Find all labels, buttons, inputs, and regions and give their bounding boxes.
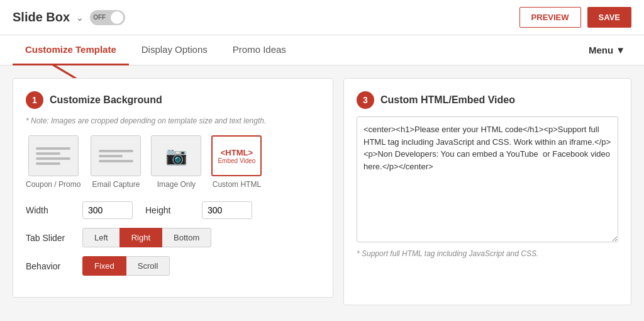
page-title: Slide Box [13, 10, 70, 25]
note-text: * Note: Images are cropped depending on … [26, 116, 320, 125]
main-content: 1 Customize Background * Note: Images ar… [0, 65, 644, 318]
section-3-header: 3 Custom HTML/Embed Video [357, 91, 618, 109]
tab-slider-group: Left Right Bottom [82, 228, 211, 247]
header-actions: PREVIEW SAVE [519, 7, 631, 28]
tab-promo[interactable]: Promo Ideas [220, 35, 299, 65]
line [99, 160, 133, 162]
tab-slider-row: Tab Slider Left Right Bottom [26, 228, 320, 247]
section-1-title: Customize Background [50, 94, 162, 106]
email-label: Email Capture [92, 180, 140, 189]
line [36, 152, 60, 155]
toggle-switch[interactable]: OFF [90, 10, 125, 25]
width-label: Width [26, 205, 70, 215]
tab-slider-label: Tab Slider [26, 233, 70, 243]
coupon-label: Coupon / Promo [26, 180, 80, 189]
left-panel-wrapper: 1 Customize Background * Note: Images ar… [13, 78, 333, 305]
height-input[interactable] [202, 201, 252, 219]
html-thumb: <HTML> Embed Video [211, 135, 262, 176]
template-coupon[interactable]: Coupon / Promo [26, 135, 80, 189]
template-email[interactable]: Email Capture [91, 135, 141, 189]
line [99, 155, 123, 157]
section-1-number: 1 [26, 91, 43, 109]
chevron-down-icon: ⌄ [76, 13, 84, 23]
image-label: Image Only [157, 180, 196, 189]
left-panel: 1 Customize Background * Note: Images ar… [13, 78, 333, 298]
line [36, 147, 70, 150]
width-input[interactable] [82, 201, 133, 219]
section-3-title: Custom HTML/Embed Video [380, 94, 515, 106]
tab-slider-right[interactable]: Right [119, 228, 162, 247]
line [36, 162, 60, 165]
tabs-bar: Customize Template Display Options Promo… [0, 35, 644, 65]
behavior-group: Fixed Scroll [82, 256, 169, 276]
template-image[interactable]: 📷 Image Only [151, 135, 201, 189]
html-tag: <HTML> [221, 148, 253, 157]
tab-display[interactable]: Display Options [129, 35, 220, 65]
header-left: Slide Box ⌄ OFF [13, 10, 125, 25]
section-1-header: 1 Customize Background [26, 91, 320, 109]
section-3-number: 3 [357, 91, 374, 109]
right-panel: 3 Custom HTML/Embed Video <center><h1>Pl… [343, 78, 631, 305]
save-button[interactable]: SAVE [587, 7, 631, 28]
chevron-down-icon: ▼ [616, 45, 625, 55]
height-label: Height [145, 205, 189, 215]
toggle-knob [111, 11, 123, 24]
tabs-list: Customize Template Display Options Promo… [13, 35, 299, 65]
html-label: Custom HTML [213, 180, 261, 189]
preview-button[interactable]: PREVIEW [519, 7, 581, 28]
behavior-fixed[interactable]: Fixed [82, 256, 126, 276]
template-options: Coupon / Promo Email Capture [26, 135, 320, 189]
coupon-thumb [28, 135, 79, 176]
line [99, 150, 133, 152]
behavior-row: Behavior Fixed Scroll [26, 256, 320, 276]
behavior-label: Behavior [26, 261, 70, 271]
line [36, 157, 70, 160]
email-thumb [91, 135, 141, 176]
toggle-label: OFF [93, 14, 106, 21]
menu-button[interactable]: Menu ▼ [582, 35, 631, 65]
behavior-scroll[interactable]: Scroll [126, 256, 170, 276]
dimensions-row: Width Height [26, 201, 320, 219]
tab-slider-bottom[interactable]: Bottom [162, 228, 211, 247]
template-html[interactable]: <HTML> Embed Video Custom HTML [211, 135, 262, 189]
image-icon: 📷 [165, 145, 187, 166]
html-textarea[interactable]: <center><h1>Please enter your HTML code<… [357, 116, 618, 242]
tab-customize[interactable]: Customize Template [13, 35, 129, 65]
image-thumb: 📷 [151, 135, 201, 176]
header: Slide Box ⌄ OFF PREVIEW SAVE [0, 0, 644, 35]
tab-slider-left[interactable]: Left [82, 228, 120, 247]
html-sub: Embed Video [218, 157, 255, 164]
html-label-inner: <HTML> Embed Video [218, 148, 255, 164]
support-note: * Support full HTML tag including JavaSc… [357, 249, 618, 258]
